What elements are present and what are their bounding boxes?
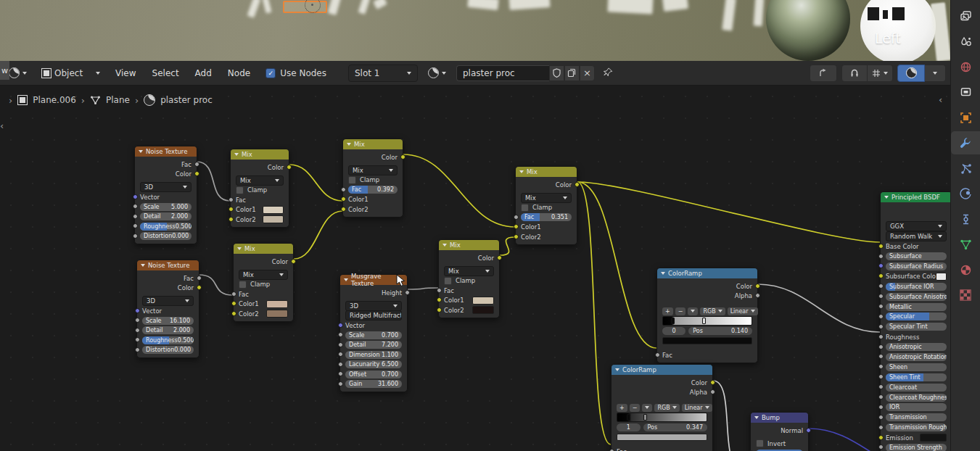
interpolation-dropdown[interactable]: Linear <box>682 404 712 412</box>
menu-node[interactable]: Node <box>223 68 255 78</box>
socket[interactable] <box>338 332 343 337</box>
material-name-field[interactable]: plaster proc <box>456 65 549 81</box>
use-nodes-toggle[interactable]: ✓ Use Nodes <box>265 68 326 78</box>
ramp-color-swatch[interactable] <box>662 337 752 344</box>
socket[interactable] <box>197 285 202 290</box>
collapse-chevron-icon[interactable] <box>442 244 447 247</box>
node-header[interactable]: Mix <box>234 244 293 254</box>
socket[interactable] <box>878 374 884 379</box>
color-swatch[interactable] <box>472 297 494 305</box>
collapse-chevron-icon[interactable] <box>234 153 239 156</box>
pin-icon[interactable] <box>604 67 614 78</box>
breadcrumb-material[interactable]: plaster proc <box>160 95 213 105</box>
checkbox-unchecked-icon[interactable] <box>444 277 452 285</box>
snap-target-dropdown[interactable] <box>868 65 893 82</box>
socket[interactable] <box>655 352 660 357</box>
3d-viewport[interactable]: Left <box>0 0 950 62</box>
colorramp-1-node[interactable]: ColorRampColorAlpha+−RGBLinear0Pos0.140F… <box>656 268 758 363</box>
dropdown[interactable]: Mix <box>444 266 494 276</box>
world-properties-icon[interactable] <box>951 55 980 78</box>
socket[interactable] <box>228 197 234 202</box>
socket[interactable] <box>878 273 884 278</box>
ramp-options-dropdown[interactable] <box>688 307 698 315</box>
socket[interactable] <box>878 324 884 329</box>
socket[interactable] <box>341 207 346 212</box>
socket[interactable] <box>338 362 343 367</box>
socket[interactable] <box>135 347 140 352</box>
value-slider[interactable]: Offset0.700 <box>345 371 402 378</box>
stop-index-field[interactable]: 1 <box>617 423 641 431</box>
socket[interactable] <box>133 194 138 199</box>
color-swatch[interactable] <box>263 215 284 223</box>
object-properties-icon[interactable] <box>951 106 980 129</box>
principled-bsdf-node[interactable]: Principled BSDFGGXRandom WalkBase ColorS… <box>880 191 952 451</box>
socket[interactable] <box>878 304 884 309</box>
node-header[interactable]: Mix <box>439 240 499 250</box>
socket[interactable] <box>228 207 234 212</box>
color-swatch[interactable] <box>936 273 947 281</box>
socket[interactable] <box>878 405 884 410</box>
color-swatch[interactable] <box>266 310 288 318</box>
socket[interactable] <box>338 352 343 357</box>
value-slider[interactable]: Anisotropic Rotation <box>886 353 947 361</box>
dropdown[interactable]: Random Walk <box>886 231 947 241</box>
socket[interactable] <box>194 162 199 167</box>
colorramp-2-node[interactable]: ColorRampColorAlpha+−RGBLinear1Pos0.347F… <box>611 364 713 451</box>
collapse-chevron-icon[interactable] <box>139 150 143 153</box>
value-slider[interactable]: Detail2.000 <box>140 212 192 220</box>
value-slider[interactable]: Lacunarity6.500 <box>345 360 402 368</box>
socket[interactable] <box>609 449 614 451</box>
socket[interactable] <box>878 415 884 420</box>
value-slider[interactable]: Fac0.351 <box>521 213 572 221</box>
node-header[interactable]: Principled BSDF <box>881 192 952 202</box>
color-swatch[interactable] <box>263 206 284 214</box>
node-header[interactable]: Mix <box>343 139 403 149</box>
collapse-chevron-icon[interactable] <box>237 247 242 250</box>
node-header[interactable]: Noise Texture <box>137 260 199 270</box>
socket[interactable] <box>514 224 519 229</box>
collapse-chevron-icon[interactable] <box>615 368 619 371</box>
value-slider[interactable]: Subsurface <box>886 252 947 260</box>
socket[interactable] <box>341 187 346 192</box>
socket[interactable] <box>878 314 884 319</box>
value-slider[interactable]: Sheen Tint <box>886 373 947 381</box>
texture-properties-icon[interactable] <box>951 284 980 307</box>
socket[interactable] <box>437 307 442 313</box>
socket[interactable] <box>341 196 346 202</box>
socket[interactable] <box>878 334 884 339</box>
socket[interactable] <box>287 165 292 170</box>
menu-add[interactable]: Add <box>190 68 217 78</box>
socket[interactable] <box>405 290 410 295</box>
modifier-properties-icon[interactable] <box>951 131 980 154</box>
value-slider[interactable]: Detail2.000 <box>142 326 194 334</box>
socket[interactable] <box>291 259 296 264</box>
scene-properties-icon[interactable] <box>951 30 980 53</box>
right-collapse-arrow[interactable]: ‹ <box>939 94 942 105</box>
value-slider[interactable]: Emission Strength <box>886 444 947 451</box>
ramp-handle[interactable] <box>643 414 647 421</box>
menu-select[interactable]: Select <box>147 68 184 78</box>
dropdown[interactable]: Mix <box>348 165 398 175</box>
constraints-properties-icon[interactable] <box>951 207 980 231</box>
dropdown[interactable]: Mix <box>236 175 284 186</box>
physics-properties-icon[interactable] <box>951 182 980 205</box>
value-slider[interactable]: Subsurface Anisotropy <box>886 293 947 301</box>
color-ramp-gradient[interactable] <box>662 316 752 326</box>
ramp-options-dropdown[interactable] <box>642 404 652 412</box>
value-slider[interactable]: Specular Tint <box>886 323 947 331</box>
dropdown[interactable]: 3D <box>345 301 402 311</box>
mix-5-node[interactable]: MixColorMixClampFac0.351Color1Color2 <box>515 166 577 245</box>
node-header[interactable]: ColorRamp <box>612 365 712 375</box>
collapse-chevron-icon[interactable] <box>884 196 889 199</box>
socket[interactable] <box>133 214 138 219</box>
remove-stop-button[interactable]: − <box>630 404 641 412</box>
dropdown[interactable]: 3D <box>140 182 192 192</box>
value-slider[interactable]: Scale16.100 <box>142 317 194 325</box>
socket[interactable] <box>231 301 236 306</box>
socket[interactable] <box>133 204 138 209</box>
socket[interactable] <box>437 288 442 293</box>
add-stop-button[interactable]: + <box>662 307 673 315</box>
material-browse-dropdown[interactable] <box>424 65 450 81</box>
socket[interactable] <box>338 371 343 376</box>
fake-user-button[interactable] <box>549 65 564 81</box>
